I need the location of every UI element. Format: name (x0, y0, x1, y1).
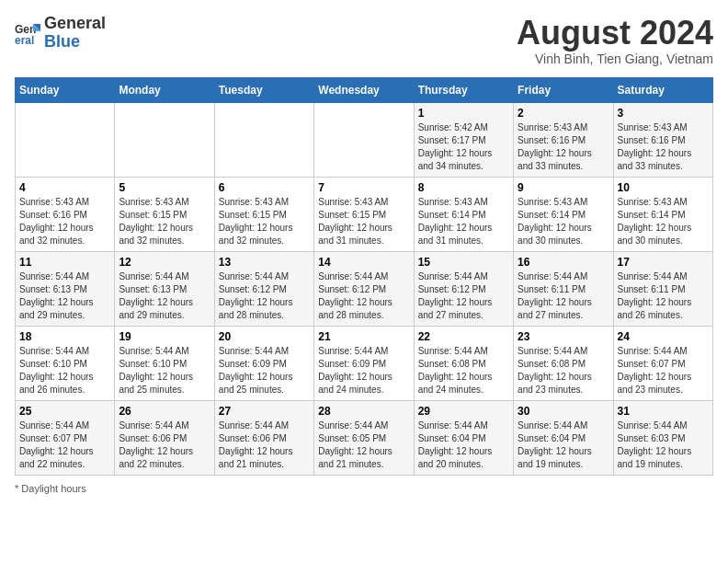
day-number: 20 (219, 330, 310, 343)
calendar-week-row: 25Sunrise: 5:44 AM Sunset: 6:07 PM Dayli… (16, 400, 713, 475)
logo-blue-text: Blue (44, 32, 80, 51)
day-number: 6 (219, 181, 310, 194)
day-detail: Sunrise: 5:44 AM Sunset: 6:06 PM Dayligh… (219, 419, 310, 471)
day-number: 10 (618, 181, 709, 194)
day-number: 27 (219, 405, 310, 418)
calendar-cell: 8Sunrise: 5:43 AM Sunset: 6:14 PM Daylig… (414, 177, 513, 251)
day-number: 9 (518, 181, 609, 194)
day-detail: Sunrise: 5:44 AM Sunset: 6:09 PM Dayligh… (219, 345, 310, 396)
logo: Gen eral General Blue (15, 15, 106, 52)
day-number: 24 (618, 330, 709, 343)
footer-daylight-text: Daylight hours (21, 483, 85, 494)
calendar-cell: 5Sunrise: 5:43 AM Sunset: 6:15 PM Daylig… (115, 177, 214, 251)
footer-note: * Daylight hours (15, 483, 713, 494)
day-number: 15 (418, 256, 509, 269)
calendar-cell: 7Sunrise: 5:43 AM Sunset: 6:15 PM Daylig… (314, 177, 414, 251)
day-detail: Sunrise: 5:42 AM Sunset: 6:17 PM Dayligh… (418, 121, 509, 173)
day-detail: Sunrise: 5:43 AM Sunset: 6:14 PM Dayligh… (418, 196, 509, 247)
calendar-cell: 28Sunrise: 5:44 AM Sunset: 6:05 PM Dayli… (314, 400, 414, 475)
day-detail: Sunrise: 5:44 AM Sunset: 6:12 PM Dayligh… (219, 270, 310, 322)
calendar-cell: 27Sunrise: 5:44 AM Sunset: 6:06 PM Dayli… (214, 400, 313, 475)
day-detail: Sunrise: 5:44 AM Sunset: 6:11 PM Dayligh… (518, 270, 609, 322)
calendar-cell: 19Sunrise: 5:44 AM Sunset: 6:10 PM Dayli… (115, 326, 214, 400)
day-detail: Sunrise: 5:44 AM Sunset: 6:03 PM Dayligh… (618, 419, 709, 471)
day-number: 14 (318, 256, 409, 269)
calendar-cell: 24Sunrise: 5:44 AM Sunset: 6:07 PM Dayli… (613, 326, 712, 400)
calendar-cell: 1Sunrise: 5:42 AM Sunset: 6:17 PM Daylig… (414, 102, 513, 177)
day-detail: Sunrise: 5:44 AM Sunset: 6:13 PM Dayligh… (19, 270, 110, 322)
calendar-week-row: 18Sunrise: 5:44 AM Sunset: 6:10 PM Dayli… (16, 326, 713, 400)
calendar-cell: 31Sunrise: 5:44 AM Sunset: 6:03 PM Dayli… (613, 400, 712, 475)
calendar-cell: 6Sunrise: 5:43 AM Sunset: 6:15 PM Daylig… (214, 177, 313, 251)
calendar-cell: 16Sunrise: 5:44 AM Sunset: 6:11 PM Dayli… (514, 251, 613, 326)
day-detail: Sunrise: 5:44 AM Sunset: 6:11 PM Dayligh… (618, 270, 709, 322)
month-year-title: August 2024 (517, 15, 713, 52)
day-number: 7 (318, 181, 409, 194)
day-number: 22 (418, 330, 509, 343)
calendar-cell: 3Sunrise: 5:43 AM Sunset: 6:16 PM Daylig… (613, 102, 712, 177)
day-number: 2 (518, 107, 609, 120)
day-number: 21 (318, 330, 409, 343)
calendar-cell: 15Sunrise: 5:44 AM Sunset: 6:12 PM Dayli… (414, 251, 513, 326)
calendar-cell (16, 102, 115, 177)
day-number: 16 (518, 256, 609, 269)
calendar-cell: 30Sunrise: 5:44 AM Sunset: 6:04 PM Dayli… (514, 400, 613, 475)
day-detail: Sunrise: 5:43 AM Sunset: 6:14 PM Dayligh… (518, 196, 609, 247)
day-number: 26 (119, 405, 210, 418)
weekday-header-thursday: Thursday (414, 77, 513, 102)
day-number: 13 (219, 256, 310, 269)
day-number: 28 (318, 405, 409, 418)
calendar-week-row: 4Sunrise: 5:43 AM Sunset: 6:16 PM Daylig… (16, 177, 713, 251)
day-detail: Sunrise: 5:44 AM Sunset: 6:04 PM Dayligh… (418, 419, 509, 471)
day-detail: Sunrise: 5:44 AM Sunset: 6:08 PM Dayligh… (518, 345, 609, 396)
calendar-cell: 23Sunrise: 5:44 AM Sunset: 6:08 PM Dayli… (514, 326, 613, 400)
location-subtitle: Vinh Binh, Tien Giang, Vietnam (517, 52, 713, 66)
weekday-header-wednesday: Wednesday (314, 77, 414, 102)
title-area: August 2024 Vinh Binh, Tien Giang, Vietn… (517, 15, 713, 66)
calendar-cell: 26Sunrise: 5:44 AM Sunset: 6:06 PM Dayli… (115, 400, 214, 475)
logo-text: General Blue (44, 15, 106, 52)
day-detail: Sunrise: 5:43 AM Sunset: 6:16 PM Dayligh… (518, 121, 609, 173)
calendar-cell: 13Sunrise: 5:44 AM Sunset: 6:12 PM Dayli… (214, 251, 313, 326)
day-detail: Sunrise: 5:44 AM Sunset: 6:09 PM Dayligh… (318, 345, 409, 396)
weekday-header-saturday: Saturday (613, 77, 712, 102)
weekday-header-row: SundayMondayTuesdayWednesdayThursdayFrid… (16, 77, 713, 102)
day-number: 5 (119, 181, 210, 194)
calendar-table: SundayMondayTuesdayWednesdayThursdayFrid… (15, 77, 713, 476)
day-number: 25 (19, 405, 110, 418)
day-detail: Sunrise: 5:44 AM Sunset: 6:06 PM Dayligh… (119, 419, 210, 471)
day-detail: Sunrise: 5:44 AM Sunset: 6:12 PM Dayligh… (318, 270, 409, 322)
calendar-week-row: 1Sunrise: 5:42 AM Sunset: 6:17 PM Daylig… (16, 102, 713, 177)
calendar-cell: 17Sunrise: 5:44 AM Sunset: 6:11 PM Dayli… (613, 251, 712, 326)
calendar-cell (314, 102, 414, 177)
day-detail: Sunrise: 5:44 AM Sunset: 6:07 PM Dayligh… (618, 345, 709, 396)
calendar-cell (115, 102, 214, 177)
logo-general-text: General (44, 14, 106, 32)
weekday-header-friday: Friday (514, 77, 613, 102)
day-number: 11 (19, 256, 110, 269)
day-number: 3 (618, 107, 709, 120)
day-detail: Sunrise: 5:43 AM Sunset: 6:15 PM Dayligh… (119, 196, 210, 247)
day-detail: Sunrise: 5:44 AM Sunset: 6:07 PM Dayligh… (19, 419, 110, 471)
day-number: 18 (19, 330, 110, 343)
calendar-cell: 14Sunrise: 5:44 AM Sunset: 6:12 PM Dayli… (314, 251, 414, 326)
day-number: 30 (518, 405, 609, 418)
weekday-header-sunday: Sunday (16, 77, 115, 102)
calendar-week-row: 11Sunrise: 5:44 AM Sunset: 6:13 PM Dayli… (16, 251, 713, 326)
calendar-cell: 25Sunrise: 5:44 AM Sunset: 6:07 PM Dayli… (16, 400, 115, 475)
day-number: 4 (19, 181, 110, 194)
day-detail: Sunrise: 5:43 AM Sunset: 6:15 PM Dayligh… (318, 196, 409, 247)
weekday-header-monday: Monday (115, 77, 214, 102)
day-number: 1 (418, 107, 509, 120)
day-detail: Sunrise: 5:43 AM Sunset: 6:15 PM Dayligh… (219, 196, 310, 247)
weekday-header-tuesday: Tuesday (214, 77, 313, 102)
day-number: 8 (418, 181, 509, 194)
calendar-cell: 22Sunrise: 5:44 AM Sunset: 6:08 PM Dayli… (414, 326, 513, 400)
day-number: 31 (618, 405, 709, 418)
calendar-cell: 4Sunrise: 5:43 AM Sunset: 6:16 PM Daylig… (16, 177, 115, 251)
page-header: Gen eral General Blue August 2024 Vinh B… (15, 15, 713, 66)
day-number: 19 (119, 330, 210, 343)
calendar-cell: 9Sunrise: 5:43 AM Sunset: 6:14 PM Daylig… (514, 177, 613, 251)
calendar-cell (214, 102, 313, 177)
calendar-cell: 12Sunrise: 5:44 AM Sunset: 6:13 PM Dayli… (115, 251, 214, 326)
